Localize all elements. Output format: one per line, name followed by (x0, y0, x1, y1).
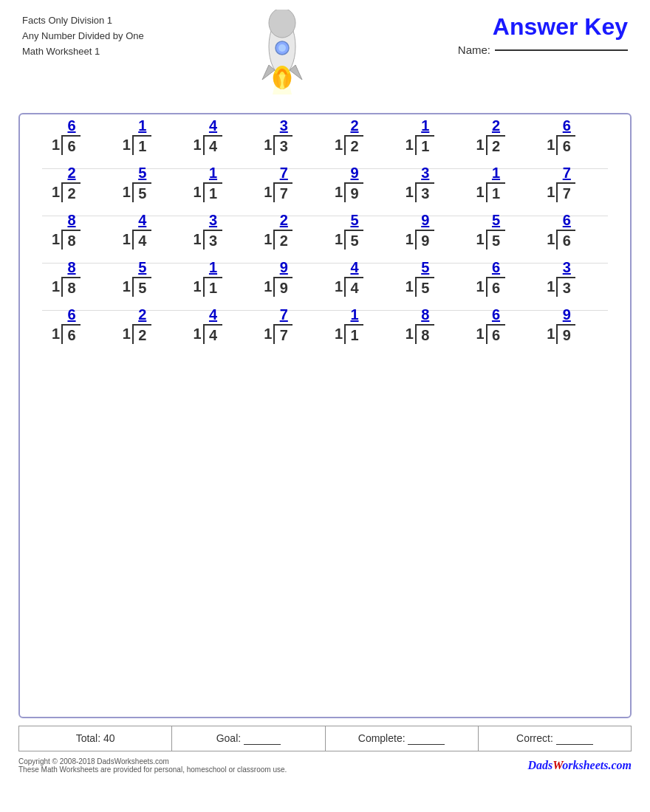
quotient: 6 (563, 212, 571, 229)
dividend-container: 2 2 (61, 182, 81, 202)
division-problem: 1 9 9 (264, 277, 315, 297)
division-problem: 1 7 7 (547, 182, 598, 202)
division-problem: 1 5 5 (123, 277, 174, 297)
divisor: 1 (264, 278, 272, 295)
quotient: 1 (209, 165, 217, 182)
answer-key-label: Answer Key (493, 13, 628, 41)
dividend-container: 6 6 (486, 277, 505, 297)
dividend-container: 8 8 (61, 277, 81, 297)
division-problem: 1 6 6 (476, 277, 527, 297)
divisor: 1 (335, 184, 343, 201)
division-problem: 1 7 7 (264, 324, 315, 344)
dividend: 3 (280, 138, 288, 155)
divisor: 1 (547, 184, 555, 201)
problem-row: 1 2 2 1 5 5 1 1 1 1 7 (35, 169, 615, 216)
division-problem: 1 3 3 (264, 135, 315, 155)
problems-grid: 1 6 6 1 1 1 1 4 4 1 3 (35, 122, 615, 357)
dividend-container: 6 6 (556, 230, 575, 250)
divisor: 1 (193, 184, 201, 201)
correct-cell: Correct: (479, 726, 631, 751)
division-problem: 1 5 5 (335, 230, 386, 250)
quotient: 5 (138, 259, 146, 276)
dividend: 4 (209, 327, 217, 344)
quotient: 4 (209, 117, 217, 134)
dividend-container: 2 2 (132, 324, 151, 344)
complete-value (408, 732, 445, 745)
quotient: 7 (563, 165, 571, 182)
dividend-container: 5 5 (344, 230, 363, 250)
copyright-line1: Copyright © 2008-2018 DadsWorksheets.com (18, 757, 287, 765)
quotient: 8 (67, 259, 75, 276)
dividend-container: 6 6 (556, 135, 575, 155)
dividend: 8 (67, 280, 75, 297)
divisor: 1 (123, 326, 131, 343)
dividend: 4 (209, 138, 217, 155)
divisor: 1 (52, 278, 60, 295)
dividend-container: 6 6 (486, 324, 505, 344)
quotient: 9 (280, 259, 288, 276)
division-problem: 1 1 1 (335, 324, 386, 344)
division-problem: 1 6 6 (52, 324, 103, 344)
dividend: 8 (421, 327, 429, 344)
divisor: 1 (547, 278, 555, 295)
dividend-container: 3 3 (556, 277, 575, 297)
dividend: 4 (350, 280, 358, 297)
total-cell: Total: 40 (19, 726, 172, 751)
info-line3: Math Worksheet 1 (22, 44, 144, 60)
divisor: 1 (335, 137, 343, 154)
dividend-container: 1 1 (132, 135, 151, 155)
division-problem: 1 9 9 (406, 230, 457, 250)
dividend: 5 (138, 185, 146, 202)
dividend-container: 3 3 (273, 135, 292, 155)
dividend-container: 9 9 (273, 277, 292, 297)
division-problem: 1 1 1 (476, 182, 527, 202)
dividend-container: 5 5 (415, 277, 434, 297)
division-problem: 1 7 7 (264, 182, 315, 202)
goal-label: Goal: (216, 732, 241, 744)
correct-label: Correct: (516, 732, 553, 744)
quotient: 3 (280, 117, 288, 134)
dividend-container: 2 2 (344, 135, 363, 155)
quotient: 3 (209, 212, 217, 229)
info-line2: Any Number Divided by One (22, 29, 144, 44)
dividend-container: 5 5 (132, 277, 151, 297)
copyright-text: Copyright © 2008-2018 DadsWorksheets.com… (18, 757, 287, 774)
quotient: 2 (350, 117, 358, 134)
division-problem: 1 8 8 (406, 324, 457, 344)
quotient: 5 (138, 165, 146, 182)
name-underline (495, 49, 628, 51)
quotient: 1 (350, 306, 358, 323)
quotient: 8 (421, 306, 429, 323)
division-problem: 1 2 2 (52, 182, 103, 202)
dividend: 1 (138, 138, 146, 155)
dividend: 2 (67, 185, 75, 202)
dividend: 7 (280, 185, 288, 202)
division-problem: 1 6 6 (547, 230, 598, 250)
page-header: Facts Only Division 1 Any Number Divided… (0, 0, 650, 106)
dividend-container: 2 2 (486, 135, 505, 155)
complete-label: Complete: (358, 732, 406, 744)
quotient: 5 (492, 212, 500, 229)
divisor: 1 (123, 184, 131, 201)
dividend: 2 (350, 138, 358, 155)
divisor: 1 (476, 278, 484, 295)
quotient: 9 (563, 306, 571, 323)
dividend-container: 9 9 (415, 230, 434, 250)
dividend-container: 3 3 (203, 230, 222, 250)
division-problem: 1 1 1 (123, 135, 174, 155)
worksheet-content: 1 6 6 1 1 1 1 4 4 1 3 (18, 113, 632, 718)
division-problem: 1 4 4 (193, 324, 244, 344)
dividend-container: 2 2 (273, 230, 292, 250)
quotient: 1 (209, 259, 217, 276)
dividend-container: 5 5 (486, 230, 505, 250)
dividend-container: 7 7 (556, 182, 575, 202)
dividend: 1 (350, 327, 358, 344)
dividend: 3 (209, 233, 217, 250)
divisor: 1 (52, 137, 60, 154)
dividend: 5 (492, 233, 500, 250)
divisor: 1 (335, 231, 343, 248)
division-problem: 1 2 2 (476, 135, 527, 155)
divisor: 1 (406, 184, 414, 201)
copyright-line2: These Math Worksheets are provided for p… (18, 765, 287, 774)
dividend-container: 9 9 (344, 182, 363, 202)
